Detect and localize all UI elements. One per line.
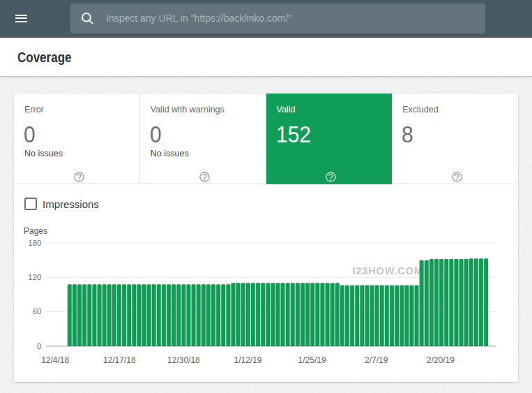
svg-text:1/25/19: 1/25/19 — [298, 355, 326, 365]
svg-text:12/17/18: 12/17/18 — [103, 355, 136, 365]
svg-text:12/4/18: 12/4/18 — [41, 355, 69, 365]
svg-text:60: 60 — [33, 307, 42, 316]
svg-text:180: 180 — [28, 239, 41, 247]
svg-text:1/12/19: 1/12/19 — [234, 355, 261, 365]
svg-text:12/30/18: 12/30/18 — [167, 355, 200, 365]
svg-text:2/7/19: 2/7/19 — [365, 355, 388, 365]
svg-text:0: 0 — [37, 342, 41, 350]
svg-text:120: 120 — [28, 273, 41, 281]
svg-text:2/20/19: 2/20/19 — [427, 355, 455, 365]
svg-text:Pages: Pages — [24, 226, 47, 236]
